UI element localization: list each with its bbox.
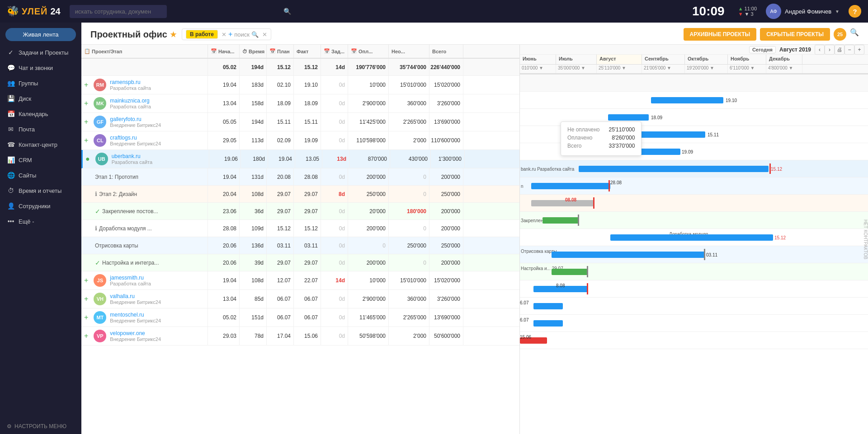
td-project	[81, 59, 208, 75]
project-with-avatar: + GF galleryfoto.ru Внедрение Битрикс24	[84, 116, 205, 128]
gantt-flag-label: 08.08	[565, 197, 576, 202]
project-link[interactable]: valhalla.ru	[110, 293, 135, 299]
sidebar-item-mail[interactable]: ✉ Почта	[0, 121, 81, 137]
td-paid: 11'465'000	[348, 308, 389, 327]
live-feed-button[interactable]: Живая лента	[5, 28, 76, 41]
project-link[interactable]: jamessmith.ru	[110, 275, 144, 281]
archive-projects-button[interactable]: АРХИВНЫЕ ПРОЕКТЫ	[684, 28, 757, 41]
stage-label: Настройка и интегра...	[102, 260, 159, 266]
project-info: jamessmith.ru Разработка сайта	[110, 275, 151, 286]
filter-remove-icon[interactable]: ✕	[222, 31, 226, 38]
gantt-print-button[interactable]: 🖨	[835, 45, 844, 55]
expand-icon[interactable]: +	[84, 118, 88, 126]
content-search-icon[interactable]: 🔍	[850, 28, 859, 41]
expand-icon[interactable]: +	[84, 332, 88, 340]
td-fact: 06.07	[294, 290, 321, 308]
filter-search-icon[interactable]: 🔍	[251, 31, 259, 38]
avatar: UB	[95, 153, 108, 165]
collapse-icon[interactable]: ●	[85, 155, 90, 163]
gantt-month-july: Июль	[556, 55, 597, 64]
gantt-bar-label: 6.07	[520, 317, 528, 322]
content: Проектный офис ★ В работе ✕ + поиск 🔍 ✕ …	[81, 23, 868, 434]
user-menu[interactable]: АФ Андрей Фомичев ▼	[766, 4, 840, 19]
today-label[interactable]: Сегодня	[749, 46, 776, 53]
td-project-name: + VH valhalla.ru Внедрение Битрикс24	[81, 290, 208, 308]
td-fact: 15.11	[294, 113, 321, 131]
avatar-initials: VP	[97, 333, 104, 339]
sidebar-item-disk[interactable]: 💾 Диск	[0, 91, 81, 106]
project-link[interactable]: velopower.one	[110, 330, 145, 336]
sidebar-item-sites[interactable]: 🌐 Сайты	[0, 168, 81, 183]
gantt-row: 19.10	[520, 92, 868, 109]
notif-down: ▼ ▼ 3	[738, 11, 754, 17]
stage-label: Этап 2: Дизайн	[99, 191, 137, 197]
sidebar-item-chat[interactable]: 💬 Чат и звонки	[0, 60, 81, 75]
td-total: 250'000	[429, 186, 463, 202]
help-button[interactable]: ?	[849, 5, 861, 18]
expand-icon[interactable]: +	[84, 295, 88, 303]
table-row: ✓ Настройка и интегра... 20.06 39d 29.07…	[81, 254, 519, 271]
td-fact: 15.06	[294, 327, 321, 345]
project-link[interactable]: ramenspb.ru	[110, 79, 140, 85]
filter-plus-icon[interactable]: +	[228, 30, 232, 38]
expand-icon[interactable]: +	[84, 99, 88, 107]
td-tasks: 0d	[321, 290, 348, 308]
expand-icon[interactable]: +	[84, 276, 88, 285]
filter-search-label[interactable]: поиск	[234, 31, 250, 38]
td-plan: 15.11	[267, 113, 294, 131]
th-time: ⏱ Время	[240, 45, 267, 58]
expand-icon[interactable]: +	[84, 313, 88, 322]
sidebar-item-tasks[interactable]: ✓ Задачи и Проекты	[0, 45, 81, 60]
expand-icon[interactable]: +	[84, 136, 88, 145]
gantt-row: Отрисовка карты 03.11	[520, 246, 868, 263]
td-fact: 22.07	[294, 271, 321, 289]
td-time: 39d	[240, 254, 267, 271]
gantt-row-label: bank.ru Разработка сайта	[521, 166, 574, 171]
sidebar-item-time[interactable]: ⏱ Время и отчеты	[0, 183, 81, 198]
gantt-zoom-in-button[interactable]: +	[854, 45, 864, 55]
hidden-projects-button[interactable]: СКРЫТЫЕ ПРОЕКТЫ	[760, 28, 830, 41]
sidebar-item-calendar[interactable]: 📅 Календарь	[0, 106, 81, 121]
td-tasks: 0d	[321, 131, 348, 149]
project-link[interactable]: galleryfoto.ru	[110, 116, 141, 122]
sites-icon: 🌐	[7, 172, 15, 179]
filter-tag-working[interactable]: В работе	[186, 30, 218, 39]
project-with-avatar: + VH valhalla.ru Внедрение Битрикс24	[84, 293, 205, 305]
gantt-next-button[interactable]: ›	[825, 45, 835, 55]
td-start: 19.06	[209, 150, 241, 168]
gantt-prev-button[interactable]: ‹	[815, 45, 825, 55]
sidebar-item-contact-center[interactable]: ☎ Контакт-центр	[0, 137, 81, 152]
favorite-icon[interactable]: ★	[170, 30, 176, 39]
th-tasks: 📅 Зад...	[321, 45, 348, 58]
sidebar-item-groups[interactable]: 👥 Группы	[0, 75, 81, 91]
settings-menu[interactable]: ⚙ НАСТРОИТЬ МЕНЮ	[0, 419, 81, 434]
td-time: 180d	[241, 150, 268, 168]
project-subtitle: Разработка сайта	[112, 159, 152, 165]
sidebar-item-more[interactable]: ••• Ещё -	[0, 214, 81, 229]
gantt-zoom-out-button[interactable]: −	[844, 45, 854, 55]
avatar: VP	[94, 330, 106, 342]
project-info: velopower.one Внедрение Битрикс24	[110, 330, 161, 342]
tooltip-unpaid-row: Не оплачено 25'110'000	[567, 126, 635, 133]
expand-icon[interactable]: +	[84, 81, 88, 89]
gantt-bar-label: 15.06	[520, 335, 531, 340]
td-start: 19.04	[208, 168, 240, 185]
project-link[interactable]: uberbank.ru	[112, 153, 141, 159]
avatar: MT	[94, 311, 106, 324]
td-start: 13.04	[208, 94, 240, 112]
td-tasks: 0d	[321, 220, 348, 237]
project-link[interactable]: craftlogs.ru	[110, 135, 137, 141]
header-notification-badge[interactable]: 25	[834, 28, 846, 41]
td-paid: 2'900'000	[348, 94, 389, 112]
search-input[interactable]	[70, 5, 167, 18]
td-total: 15'020'000	[429, 76, 463, 94]
gantt-month-sep: Сентябрь	[642, 55, 685, 64]
stage-label: Доработка модуля ...	[99, 225, 152, 232]
project-link[interactable]: mentoschel.ru	[110, 312, 144, 318]
sidebar-item-employees[interactable]: 👤 Сотрудники	[0, 198, 81, 214]
filter-close-icon[interactable]: ✕	[262, 31, 267, 38]
td-fact: 19.09	[294, 131, 321, 149]
project-link[interactable]: mainkuznica.org	[110, 98, 149, 104]
td-project-name: + CL craftlogs.ru Внедрение Битрикс24	[81, 131, 208, 149]
sidebar-item-crm[interactable]: 📊 CRM	[0, 152, 81, 168]
